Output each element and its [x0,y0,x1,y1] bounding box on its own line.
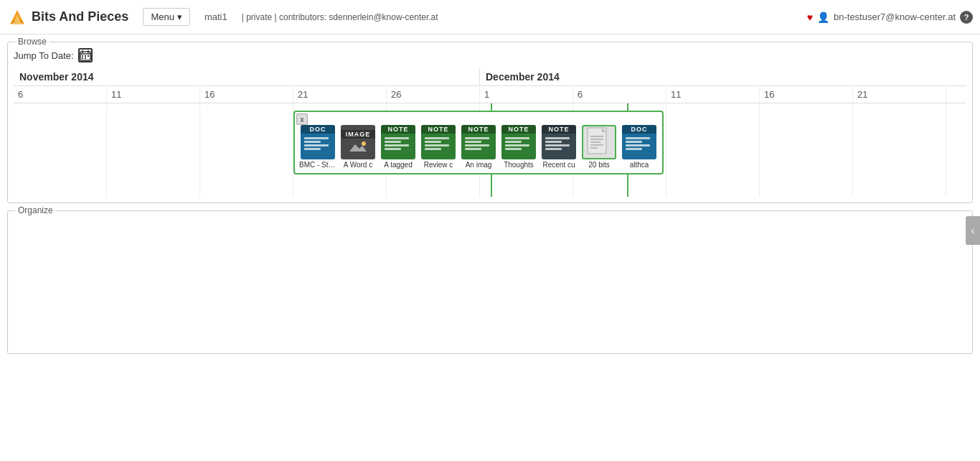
item-thoughts-label: Thoughts [504,161,534,169]
item-tagged-icon: NOTE [381,125,415,159]
item-althca-label: althca [630,161,649,169]
item-animage[interactable]: NOTE An imag [460,125,497,169]
date-6-nov: 6 [14,86,107,103]
navbar: Bits And Pieces Menu ▾ mati1 | private |… [0,0,980,34]
item-review-label: Review c [424,161,453,169]
svg-rect-10 [82,57,83,59]
item-image-label: A Word c [344,161,372,169]
item-recent[interactable]: NOTE Recent cu [540,125,578,169]
item-recent-icon: NOTE [542,125,576,159]
right-username: bn-testuser7@know-center.at [834,11,956,22]
item-althca[interactable]: DOC althca [621,125,658,169]
date-row: 6 11 16 21 26 1 6 11 16 21 [14,86,966,103]
item-image-icon: IMAGE [341,125,375,159]
user-icon: 👤 [817,11,829,23]
menu-caret-icon: ▾ [177,11,182,22]
right-chevron-button[interactable]: ‹ [966,216,980,245]
items-row: DOC BMC - St3-Trigger [299,125,658,169]
item-20bits-icon [582,125,616,159]
item-animage-icon: NOTE [461,125,496,159]
heart-icon: ♥ [807,11,813,23]
svg-rect-8 [85,55,86,57]
item-review[interactable]: NOTE Review c [420,125,457,169]
item-tagged-label: A tagged [384,161,412,169]
popup-close-button[interactable]: x [296,113,308,125]
items-popup: x DOC [293,111,664,174]
calendar-icon[interactable] [78,48,93,62]
item-thoughts-icon: NOTE [501,125,536,159]
date-11-dec: 11 [666,86,760,103]
date-16-dec: 16 [760,86,853,103]
month-december: December 2014 [480,68,946,85]
date-16-nov: 16 [200,86,293,103]
item-bmc-icon: DOC [301,125,335,159]
item-review-icon: NOTE [421,125,456,159]
organize-label: Organize [15,205,56,215]
date-11-nov: 11 [107,86,200,103]
body-cell-1 [107,103,200,197]
body-cell-0 [14,103,107,197]
item-althca-icon: DOC [622,125,656,159]
navbar-right: ♥ 👤 bn-testuser7@know-center.at ? [807,11,973,24]
menu-label: Menu [151,11,174,22]
date-21-nov: 21 [293,86,387,103]
timeline-body: x DOC [14,103,966,197]
date-21-dec: 21 [853,86,946,103]
item-tagged[interactable]: NOTE A tagged [380,125,417,169]
item-20bits[interactable]: 20 bits [580,125,618,169]
info-label: | private | contributors: sdennerlein@kn… [242,12,438,22]
item-thoughts[interactable]: NOTE Thoughts [500,125,537,169]
body-cell-8 [760,103,853,197]
date-6-dec: 6 [573,86,666,103]
jump-to-date-label: Jump To Date: [14,50,74,61]
jump-to-date-container: Jump To Date: [14,48,966,62]
month-headers-row: November 2014 December 2014 [14,68,966,86]
item-20bits-label: 20 bits [588,161,609,169]
browse-label: Browse [15,37,50,47]
browse-section: Browse Jump To Date: [7,42,973,203]
svg-point-14 [362,141,366,146]
svg-rect-12 [347,139,369,154]
item-animage-label: An imag [466,161,492,169]
help-icon[interactable]: ? [960,11,973,24]
item-bmc-label: BMC - St3-Trigger [299,161,336,169]
item-recent-label: Recent cu [542,161,575,169]
svg-rect-11 [85,57,86,59]
brand-logo-icon [7,7,27,27]
svg-rect-9 [88,55,89,57]
menu-button[interactable]: Menu ▾ [143,8,190,26]
date-26-nov: 26 [387,86,480,103]
item-image[interactable]: IMAGE A Word c [339,125,377,169]
username-label: mati1 [204,11,227,22]
body-cell-7 [666,103,760,197]
main-content: Browse Jump To Date: [0,42,980,354]
organize-section: Organize [7,210,973,354]
svg-rect-7 [82,55,83,57]
chevron-left-icon: ‹ [971,225,975,236]
brand-link[interactable]: Bits And Pieces [7,7,128,27]
item-bmc[interactable]: DOC BMC - St3-Trigger [299,125,336,169]
body-cell-9 [853,103,946,197]
body-cell-2 [200,103,293,197]
date-1-dec: 1 [480,86,573,103]
timeline: November 2014 December 2014 6 11 16 21 2… [14,68,966,197]
brand-name: Bits And Pieces [32,9,128,24]
month-november: November 2014 [14,68,480,85]
